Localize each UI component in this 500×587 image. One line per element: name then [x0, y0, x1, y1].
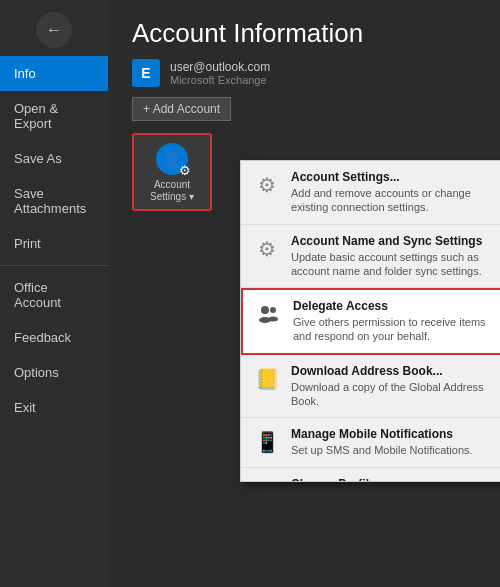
back-button[interactable]: ←: [36, 12, 72, 48]
account-settings-label: Account Settings ▾: [140, 179, 204, 203]
account-bar: E user@outlook.com Microsoft Exchange: [108, 59, 500, 97]
main-content: Account Information E user@outlook.com M…: [108, 0, 500, 587]
sidebar-item-open-export[interactable]: Open & Export: [0, 91, 108, 141]
download-address-book-title: Download Address Book...: [291, 364, 497, 378]
account-settings-icon: 👤: [156, 143, 188, 175]
svg-point-0: [261, 306, 269, 314]
mobile-notifications-title: Manage Mobile Notifications: [291, 427, 497, 441]
delegate-access-desc: Give others permission to receive items …: [293, 315, 495, 344]
add-account-button[interactable]: + Add Account: [132, 97, 231, 121]
account-email: user@outlook.com: [170, 60, 270, 74]
phone-icon: 📱: [253, 428, 281, 456]
download-address-book-desc: Download a copy of the Global Address Bo…: [291, 380, 497, 409]
svg-point-1: [270, 307, 276, 313]
dropdown-item-account-name-sync[interactable]: ⚙ Account Name and Sync Settings Update …: [241, 225, 500, 289]
sidebar-item-print[interactable]: Print: [0, 226, 108, 261]
sidebar-divider: [0, 265, 108, 266]
sidebar-item-office-account[interactable]: Office Account: [0, 270, 108, 320]
page-title: Account Information: [108, 0, 500, 59]
delegate-access-title: Delegate Access: [293, 299, 495, 313]
sidebar: ← Info Open & Export Save As Save Attach…: [0, 0, 108, 587]
svg-point-3: [268, 317, 278, 322]
dropdown-item-mobile-notifications[interactable]: 📱 Manage Mobile Notifications Set up SMS…: [241, 418, 500, 467]
sidebar-item-info[interactable]: Info: [0, 56, 108, 91]
gear-icon: ⚙: [253, 171, 281, 199]
sidebar-item-save-as[interactable]: Save As: [0, 141, 108, 176]
add-account-label: + Add Account: [143, 102, 220, 116]
account-settings-title: Account Settings...: [291, 170, 497, 184]
exchange-icon: E: [132, 59, 160, 87]
dropdown-item-account-settings[interactable]: ⚙ Account Settings... Add and remove acc…: [241, 161, 500, 225]
sidebar-item-options[interactable]: Options: [0, 355, 108, 390]
account-settings-desc: Add and remove accounts or change existi…: [291, 186, 497, 215]
dropdown-item-download-address-book[interactable]: 📒 Download Address Book... Download a co…: [241, 355, 500, 419]
account-type: Microsoft Exchange: [170, 74, 270, 86]
person-icon: 👤: [253, 478, 281, 481]
sidebar-item-exit[interactable]: Exit: [0, 390, 108, 425]
account-name-sync-desc: Update basic account settings such as ac…: [291, 250, 497, 279]
dropdown-item-change-profile[interactable]: 👤 Change Profile Restart Microsoft Outlo…: [241, 468, 500, 481]
account-settings-button[interactable]: 👤 Account Settings ▾: [132, 133, 212, 211]
account-name-sync-title: Account Name and Sync Settings: [291, 234, 497, 248]
change-profile-title: Change Profile: [291, 477, 497, 481]
dropdown-item-delegate-access[interactable]: Delegate Access Give others permission t…: [241, 288, 500, 355]
gear2-icon: ⚙: [253, 235, 281, 263]
mobile-notifications-desc: Set up SMS and Mobile Notifications.: [291, 443, 497, 457]
sidebar-item-feedback[interactable]: Feedback: [0, 320, 108, 355]
sidebar-item-save-attachments[interactable]: Save Attachments: [0, 176, 108, 226]
book-icon: 📒: [253, 365, 281, 393]
dropdown-scroll[interactable]: ⚙ Account Settings... Add and remove acc…: [241, 161, 500, 481]
back-icon: ←: [46, 21, 62, 39]
account-settings-dropdown: ⚙ Account Settings... Add and remove acc…: [240, 160, 500, 482]
people-icon: [255, 300, 283, 328]
